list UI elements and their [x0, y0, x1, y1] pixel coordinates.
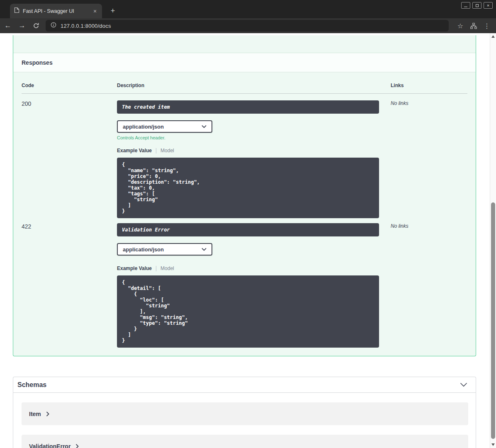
- back-button[interactable]: ←: [2, 20, 14, 32]
- schemas-section: Schemas Item ValidationError: [13, 377, 476, 448]
- chevron-right-icon: [46, 411, 49, 416]
- browser-window: Fast API - Swagger UI × + × ← → 127.0.0.…: [0, 0, 496, 448]
- schemas-body: Item ValidationError: [13, 393, 476, 448]
- tab-separator: [156, 148, 156, 153]
- close-icon: ×: [487, 3, 489, 8]
- site-info-icon[interactable]: [51, 22, 56, 29]
- response-description-cell: The created item application/json Contro…: [117, 100, 391, 218]
- maximize-button[interactable]: [472, 2, 481, 9]
- vertical-scrollbar[interactable]: [490, 33, 496, 448]
- opblock-spacer: [13, 35, 476, 53]
- minimize-icon: [464, 7, 467, 7]
- response-row-422: 422 Validation Error application/json Ex…: [22, 223, 467, 348]
- chevron-right-icon: [75, 444, 79, 448]
- scroll-up-icon[interactable]: [491, 35, 495, 38]
- model-name: ValidationError: [29, 443, 71, 448]
- browser-toolbar: ← → 127.0.0.1:8000/docs ☆ ⋮: [0, 18, 496, 33]
- scroll-down-icon[interactable]: [491, 443, 495, 446]
- reload-button[interactable]: [30, 20, 42, 32]
- responses-table: Code Description Links 200 The created i…: [13, 72, 476, 356]
- example-code-block: { "detail": [ { "loc": [ "string" ], "ms…: [117, 275, 379, 348]
- model-name: Item: [29, 411, 41, 417]
- example-code-block: { "name": "string", "price": 0, "descrip…: [117, 158, 379, 218]
- toolbar-right: ☆ ⋮: [454, 18, 494, 33]
- model-item[interactable]: Item: [22, 402, 468, 425]
- browser-menu-icon[interactable]: ⋮: [480, 20, 494, 32]
- model-validationerror[interactable]: ValidationError: [22, 435, 468, 448]
- tab-close-icon[interactable]: ×: [91, 7, 99, 15]
- chevron-down-icon: [202, 248, 207, 251]
- response-description: Validation Error: [117, 223, 379, 236]
- reload-icon: [33, 22, 39, 29]
- sitemap-icon[interactable]: [467, 20, 480, 32]
- response-code: 422: [22, 223, 117, 348]
- page-content: Responses Code Description Links 200 The…: [0, 33, 490, 448]
- media-type-select[interactable]: application/json: [117, 120, 212, 133]
- tab-model[interactable]: Model: [160, 265, 174, 271]
- bookmark-star-icon[interactable]: ☆: [454, 20, 467, 32]
- browser-tab[interactable]: Fast API - Swagger UI ×: [10, 4, 102, 18]
- responses-title: Responses: [22, 59, 53, 66]
- response-description: The created item: [117, 100, 379, 114]
- controls-accept-note: Controls Accept header.: [117, 135, 391, 140]
- media-type-select[interactable]: application/json: [117, 243, 212, 256]
- chevron-down-icon: [202, 125, 207, 128]
- response-links: No links: [391, 223, 467, 348]
- responses-section-header: Responses: [13, 53, 476, 72]
- tab-model[interactable]: Model: [160, 148, 174, 153]
- tab-separator: [156, 266, 156, 271]
- maximize-icon: [476, 4, 479, 7]
- close-button[interactable]: ×: [484, 2, 493, 9]
- response-description-cell: Validation Error application/json Exampl…: [117, 223, 391, 348]
- example-model-tabs: Example Value Model: [117, 265, 391, 271]
- response-row-200: 200 The created item application/json Co…: [22, 94, 467, 218]
- page-favicon-icon: [14, 7, 19, 15]
- url-bar[interactable]: 127.0.0.1:8000/docs: [46, 20, 449, 32]
- minimize-button[interactable]: [461, 2, 470, 9]
- media-type-value: application/json: [123, 246, 164, 253]
- tab-example-value[interactable]: Example Value: [117, 265, 152, 271]
- example-json: { "name": "string", "price": 0, "descrip…: [122, 162, 374, 214]
- schemas-title: Schemas: [17, 381, 46, 389]
- titlebar: Fast API - Swagger UI × + ×: [0, 0, 496, 18]
- example-model-tabs: Example Value Model: [117, 148, 391, 153]
- tab-example-value[interactable]: Example Value: [117, 148, 152, 153]
- forward-button[interactable]: →: [16, 20, 28, 32]
- media-type-value: application/json: [123, 124, 164, 130]
- responses-table-header: Code Description Links: [22, 79, 467, 94]
- url-text: 127.0.0.1:8000/docs: [61, 23, 111, 29]
- window-controls: ×: [461, 2, 493, 9]
- chevron-down-icon: [460, 382, 467, 387]
- schemas-header[interactable]: Schemas: [13, 377, 476, 393]
- example-json: { "detail": [ { "loc": [ "string" ], "ms…: [122, 280, 374, 343]
- scrollbar-thumb[interactable]: [491, 202, 495, 439]
- response-code: 200: [22, 100, 117, 218]
- tab-title: Fast API - Swagger UI: [23, 8, 91, 14]
- response-links: No links: [391, 100, 467, 218]
- new-tab-button[interactable]: +: [108, 6, 118, 16]
- column-code: Code: [22, 83, 117, 88]
- column-links: Links: [391, 83, 467, 88]
- operation-block: Responses Code Description Links 200 The…: [13, 35, 476, 356]
- column-description: Description: [117, 83, 391, 88]
